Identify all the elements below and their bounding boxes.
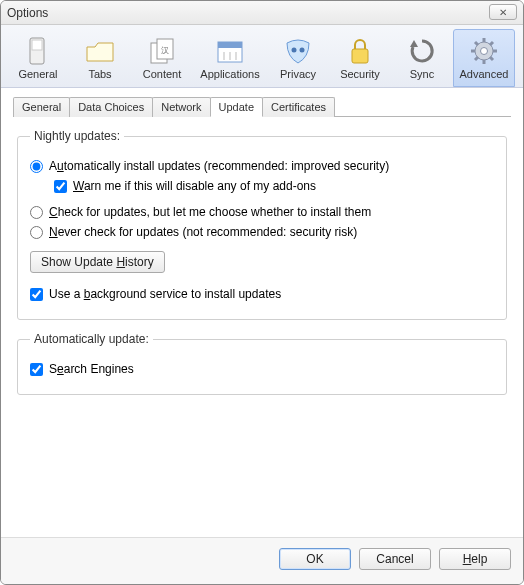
radio-check-only-row: Check for updates, but let me choose whe… [30, 205, 494, 219]
category-privacy[interactable]: Privacy [267, 29, 329, 87]
close-icon: ✕ [499, 7, 507, 18]
check-search-engines-label: Search Engines [49, 362, 134, 376]
radio-check-only-label: Check for updates, but let me choose whe… [49, 205, 371, 219]
auto-update-group: Automatically update: Search Engines [17, 332, 507, 395]
cancel-button[interactable]: Cancel [359, 548, 431, 570]
category-label: Content [132, 68, 192, 80]
svg-line-23 [490, 42, 493, 45]
check-search-engines[interactable] [30, 363, 43, 376]
radio-never[interactable] [30, 226, 43, 239]
category-label: Advanced [454, 68, 514, 80]
svg-line-22 [475, 57, 478, 60]
sync-icon [392, 34, 452, 68]
check-bg-service[interactable] [30, 288, 43, 301]
subtab-data-choices[interactable]: Data Choices [69, 97, 153, 117]
svg-line-20 [475, 42, 478, 45]
folder-icon [70, 34, 130, 68]
switch-icon [8, 34, 68, 68]
subtab-strip: General Data Choices Network Update Cert… [13, 96, 511, 117]
subtab-update[interactable]: Update [210, 97, 263, 117]
svg-rect-6 [218, 42, 242, 48]
category-label: Sync [392, 68, 452, 80]
category-tabs[interactable]: Tabs [69, 29, 131, 87]
help-button[interactable]: Help [439, 548, 511, 570]
radio-auto-install[interactable] [30, 160, 43, 173]
category-label: Security [330, 68, 390, 80]
calendar-icon [194, 34, 266, 68]
check-warn-addons-row: Warn me if this will disable any of my a… [54, 179, 494, 193]
category-applications[interactable]: Applications [193, 29, 267, 87]
svg-rect-12 [352, 49, 368, 63]
category-general[interactable]: General [7, 29, 69, 87]
subtab-network[interactable]: Network [152, 97, 210, 117]
svg-point-15 [481, 48, 488, 55]
subtab-certificates[interactable]: Certificates [262, 97, 335, 117]
subtab-general[interactable]: General [13, 97, 70, 117]
window-title: Options [7, 6, 48, 20]
show-update-history-button[interactable]: Show Update History [30, 251, 165, 273]
auto-update-legend: Automatically update: [30, 332, 153, 346]
svg-text:汉: 汉 [161, 46, 169, 55]
svg-rect-1 [32, 40, 42, 50]
category-toolbar: General Tabs 汉 Content Applications Priv… [1, 25, 523, 88]
gear-icon [454, 34, 514, 68]
documents-icon: 汉 [132, 34, 192, 68]
category-label: Applications [194, 68, 266, 80]
main-area: General Data Choices Network Update Cert… [1, 88, 523, 537]
category-label: Tabs [70, 68, 130, 80]
radio-never-label: Never check for updates (not recommended… [49, 225, 357, 239]
mask-icon [268, 34, 328, 68]
svg-line-21 [490, 57, 493, 60]
radio-check-only[interactable] [30, 206, 43, 219]
category-label: General [8, 68, 68, 80]
nightly-updates-group: Nightly updates: Automatically install u… [17, 129, 507, 320]
category-content[interactable]: 汉 Content [131, 29, 193, 87]
category-sync[interactable]: Sync [391, 29, 453, 87]
category-advanced[interactable]: Advanced [453, 29, 515, 87]
radio-never-row: Never check for updates (not recommended… [30, 225, 494, 239]
check-bg-service-row: Use a background service to install upda… [30, 287, 494, 301]
update-panel: Nightly updates: Automatically install u… [13, 117, 511, 531]
svg-point-10 [292, 48, 297, 53]
category-label: Privacy [268, 68, 328, 80]
check-search-engines-row: Search Engines [30, 362, 494, 376]
radio-auto-install-row: Automatically install updates (recommend… [30, 159, 494, 173]
check-warn-addons[interactable] [54, 180, 67, 193]
category-security[interactable]: Security [329, 29, 391, 87]
dialog-footer: OK Cancel Help [1, 537, 523, 584]
titlebar: Options ✕ [1, 1, 523, 25]
lock-icon [330, 34, 390, 68]
nightly-updates-legend: Nightly updates: [30, 129, 124, 143]
ok-button[interactable]: OK [279, 548, 351, 570]
check-bg-service-label: Use a background service to install upda… [49, 287, 281, 301]
svg-point-11 [300, 48, 305, 53]
svg-marker-13 [410, 40, 418, 47]
check-warn-addons-label: Warn me if this will disable any of my a… [73, 179, 316, 193]
close-button[interactable]: ✕ [489, 4, 517, 20]
radio-auto-install-label: Automatically install updates (recommend… [49, 159, 389, 173]
